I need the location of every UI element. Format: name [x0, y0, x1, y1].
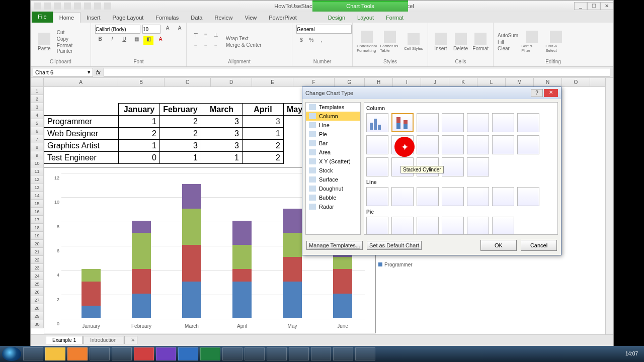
format-as-table-button[interactable]: Format as Table — [380, 31, 400, 53]
row-header[interactable]: 20 — [31, 240, 44, 248]
file-tab[interactable]: File — [32, 12, 53, 23]
row-header[interactable]: 5 — [31, 119, 44, 127]
new-icon[interactable] — [74, 3, 81, 10]
print-icon[interactable] — [94, 3, 101, 10]
delete-cells-button[interactable]: Delete — [452, 33, 469, 51]
charttype-stacked-column[interactable] — [391, 113, 414, 132]
tab-home[interactable]: Home — [53, 12, 80, 23]
row-header[interactable]: 18 — [31, 224, 44, 232]
category-bar[interactable]: Bar — [306, 139, 360, 148]
charttype-pie[interactable] — [366, 217, 388, 235]
merge-center-button[interactable]: Merge & Center — [226, 42, 262, 48]
col-header[interactable]: M — [506, 78, 534, 86]
col-header[interactable]: C — [165, 78, 211, 86]
tab-formulas[interactable]: Formulas — [149, 13, 185, 23]
category-scatter[interactable]: X Y (Scatter) — [306, 157, 360, 166]
number-format-select[interactable] — [296, 25, 352, 34]
copy-button[interactable]: Copy — [57, 36, 87, 42]
row-header[interactable]: 16 — [31, 208, 44, 216]
col-header[interactable]: J — [421, 78, 449, 86]
name-box[interactable]: Chart 6▾ — [33, 68, 93, 77]
dialog-help-button[interactable]: ? — [531, 89, 543, 97]
row-header[interactable]: 14 — [31, 192, 44, 200]
charttype-3d-stacked-column[interactable] — [467, 113, 489, 132]
task-item[interactable] — [45, 347, 65, 360]
row-header[interactable]: 24 — [31, 272, 44, 280]
charttype-stacked-line-markers[interactable] — [467, 187, 489, 206]
dialog-close-button[interactable]: ✕ — [544, 89, 558, 97]
maximize-button[interactable]: ☐ — [587, 2, 600, 10]
clear-button[interactable]: Clear — [498, 46, 518, 51]
row-header[interactable]: 25 — [31, 280, 44, 288]
charttype-stacked-line[interactable] — [391, 187, 414, 206]
grow-font-icon[interactable]: A — [163, 25, 173, 34]
charttype-bar-of-pie[interactable] — [492, 217, 514, 235]
task-item[interactable] — [23, 347, 43, 360]
charttype-clustered-cylinder[interactable] — [366, 135, 388, 154]
charttype-100stacked-pyramid[interactable] — [442, 157, 464, 176]
row-header[interactable]: 15 — [31, 200, 44, 208]
charttype-3d-pyramid[interactable] — [467, 157, 489, 176]
tab-layout[interactable]: Layout — [351, 13, 380, 23]
row-header[interactable]: 19 — [31, 232, 44, 240]
charttype-stacked-cone[interactable] — [492, 135, 514, 154]
conditional-formatting-button[interactable]: Conditional Formatting — [357, 31, 377, 53]
fill-button[interactable]: Fill — [498, 39, 518, 45]
row-header[interactable]: 10 — [31, 159, 44, 167]
task-item[interactable] — [178, 347, 198, 360]
task-item[interactable] — [245, 347, 265, 360]
category-stock[interactable]: Stock — [306, 166, 360, 175]
charttype-3d-clustered-column[interactable] — [442, 113, 464, 132]
col-header[interactable]: E — [252, 78, 293, 86]
row-header[interactable]: 6 — [31, 127, 44, 135]
charttype-3d-column[interactable] — [517, 113, 539, 132]
category-doughnut[interactable]: Doughnut — [306, 184, 360, 193]
manage-templates-button[interactable]: Manage Templates... — [306, 241, 363, 250]
charttype-3d-line[interactable] — [517, 187, 539, 206]
charttype-100stacked-line-markers[interactable] — [492, 187, 514, 206]
align-top-icon[interactable]: ⊤ — [191, 32, 201, 41]
vertical-scrollbar[interactable] — [605, 78, 613, 334]
row-header[interactable]: 23 — [31, 264, 44, 272]
charttype-line-markers[interactable] — [442, 187, 464, 206]
row-header[interactable]: 2 — [31, 95, 44, 103]
charttype-clustered-column[interactable] — [366, 113, 388, 132]
tab-data[interactable]: Data — [185, 13, 208, 23]
autosum-button[interactable]: AutoSum — [498, 33, 518, 38]
sheet-tab-active[interactable]: Example 1 — [46, 336, 83, 344]
font-color-button[interactable]: A — [155, 36, 166, 45]
align-center-icon[interactable]: ≡ — [201, 43, 211, 52]
category-templates[interactable]: Templates — [306, 103, 360, 112]
save-icon[interactable] — [44, 3, 51, 10]
charttype-exploded-pie[interactable] — [442, 217, 464, 235]
category-area[interactable]: Area — [306, 148, 360, 157]
task-item[interactable] — [333, 347, 353, 360]
system-tray[interactable]: 14:07 — [625, 351, 642, 357]
tab-pagelayout[interactable]: Page Layout — [107, 13, 150, 23]
task-item[interactable] — [67, 347, 88, 360]
row-header[interactable]: 30 — [31, 320, 44, 328]
find-select-button[interactable]: Find & Select — [545, 31, 567, 53]
sheet-tab[interactable]: Introduction — [84, 336, 123, 344]
col-header[interactable]: D — [211, 78, 252, 86]
close-button[interactable]: ✕ — [600, 2, 613, 10]
task-item[interactable] — [289, 347, 309, 360]
row-header[interactable]: 8 — [31, 143, 44, 151]
align-bot-icon[interactable]: ⊥ — [211, 32, 221, 41]
row-header[interactable]: 22 — [31, 256, 44, 264]
charttype-100stacked-line[interactable] — [417, 187, 439, 206]
col-header[interactable]: G — [335, 78, 365, 86]
category-line[interactable]: Line — [306, 121, 360, 130]
charttype-100stacked-cone[interactable] — [517, 135, 539, 154]
row-header[interactable]: 28 — [31, 304, 44, 312]
align-left-icon[interactable]: ≡ — [191, 43, 201, 52]
format-cells-button[interactable]: Format — [472, 33, 489, 51]
cut-button[interactable]: Cut — [57, 30, 87, 35]
charttype-clustered-cone[interactable] — [467, 135, 489, 154]
col-header[interactable]: L — [477, 78, 506, 86]
row-header[interactable]: 29 — [31, 312, 44, 320]
task-item[interactable] — [90, 347, 110, 360]
align-mid-icon[interactable]: ≡ — [201, 32, 211, 41]
row-header[interactable]: 26 — [31, 288, 44, 296]
shrink-font-icon[interactable]: A — [175, 25, 185, 34]
